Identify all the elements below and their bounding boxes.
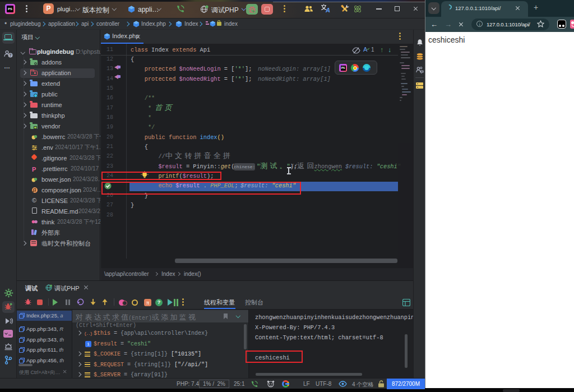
svg-text:?: ? <box>9 53 11 57</box>
